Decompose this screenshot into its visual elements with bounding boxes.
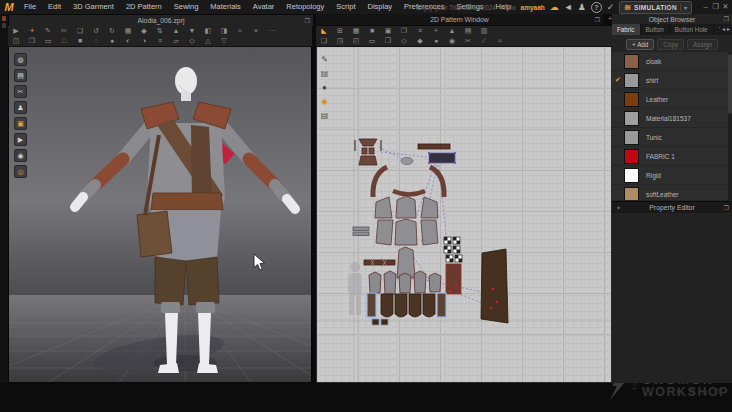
- toolbar-icon-button[interactable]: ▣: [380, 26, 396, 36]
- collapse-marker-icon[interactable]: ✦: [616, 204, 621, 211]
- toolbar-icon-button[interactable]: ◆: [136, 26, 152, 36]
- view-toggle-icon[interactable]: ●: [319, 82, 330, 93]
- view-toggle-icon[interactable]: ◆: [319, 96, 330, 107]
- toolbar-icon-button[interactable]: ✂: [56, 26, 72, 36]
- fabric-row[interactable]: ✔ Leather: [612, 90, 728, 109]
- toolbar-icon-button[interactable]: ■: [72, 36, 88, 46]
- toolbar-icon-button[interactable]: ▲: [444, 26, 460, 36]
- fabric-row[interactable]: ✔ Material181537: [612, 109, 728, 128]
- toolbar-icon-button[interactable]: ∕: [476, 36, 492, 46]
- cloud-sync-icon[interactable]: ☁: [550, 0, 559, 14]
- fabric-list-scrollbar[interactable]: [728, 52, 732, 200]
- toolbar-icon-button[interactable]: ✎: [40, 26, 56, 36]
- object-browser-tab[interactable]: Button Hole: [670, 24, 714, 35]
- toolbar-icon-button[interactable]: ◐: [120, 36, 136, 46]
- toolbar-icon-button[interactable]: ◇: [184, 36, 200, 46]
- toolbar-icon-button[interactable]: ▽: [216, 36, 232, 46]
- toolbar-icon-button[interactable]: ◌: [88, 36, 104, 46]
- simulation-button[interactable]: ≋ SIMULATION ▾: [619, 1, 692, 14]
- view-toggle-icon[interactable]: ✎: [319, 54, 330, 65]
- toolbar-icon-button[interactable]: ◰: [348, 36, 364, 46]
- toolbar-icon-button[interactable]: ⌖: [248, 26, 264, 36]
- fabric-row[interactable]: ✔ shirt: [612, 71, 728, 90]
- close-button[interactable]: ✕: [721, 1, 730, 13]
- toolbar-icon-button[interactable]: ◳: [332, 36, 348, 46]
- toolbar-icon-button[interactable]: +: [24, 26, 40, 36]
- 3d-scene-canvas[interactable]: [9, 47, 311, 382]
- toolbar-icon-button[interactable]: ❒: [380, 36, 396, 46]
- scrollbar-thumb[interactable]: [728, 54, 732, 114]
- menu-item[interactable]: Materials: [204, 0, 246, 14]
- fabric-row[interactable]: ✔ softLeather: [612, 185, 728, 200]
- view-toggle-icon[interactable]: ▣: [14, 117, 27, 130]
- menu-item[interactable]: 2D Pattern: [120, 0, 168, 14]
- toolbar-icon-button[interactable]: □: [56, 36, 72, 46]
- view-toggle-icon[interactable]: ♟: [14, 101, 27, 114]
- toolbar-icon-button[interactable]: ✂: [460, 36, 476, 46]
- fabric-row[interactable]: ✔ FABRIC 1: [612, 147, 728, 166]
- toolbar-icon-button[interactable]: ❏: [316, 36, 332, 46]
- menu-item[interactable]: Avatar: [247, 0, 281, 14]
- menu-item[interactable]: Script: [330, 0, 361, 14]
- tab-scroll-left-icon[interactable]: ◂: [722, 24, 725, 35]
- view-toggle-icon[interactable]: ▤: [14, 69, 27, 82]
- pattern-canvas[interactable]: [317, 47, 611, 382]
- toolbar-icon-button[interactable]: ≡: [152, 36, 168, 46]
- toolbar-icon-button[interactable]: ↻: [104, 26, 120, 36]
- toolbar-icon-button[interactable]: ◨: [216, 26, 232, 36]
- toolbar-icon-button[interactable]: ◧: [200, 26, 216, 36]
- toolbar-icon-button[interactable]: ▦: [348, 26, 364, 36]
- detach-window-icon[interactable]: ❐: [724, 15, 729, 22]
- simulation-dropdown-caret-icon[interactable]: ▾: [680, 4, 687, 11]
- toolbar-icon-button[interactable]: ▥: [476, 26, 492, 36]
- toolbar-icon-button[interactable]: ●: [428, 36, 444, 46]
- restore-button[interactable]: ❐: [711, 1, 720, 13]
- fabric-row[interactable]: ✔ cloak: [612, 52, 728, 71]
- menu-item[interactable]: 3D Garment: [67, 0, 120, 14]
- toolbar-icon-button[interactable]: ◆: [412, 36, 428, 46]
- toolbar-icon-button[interactable]: ≈: [492, 36, 508, 46]
- speaker-icon[interactable]: ◄: [564, 0, 573, 14]
- fabric-row[interactable]: ✔ Rigid: [612, 166, 728, 185]
- toolbar-icon-button[interactable]: ⊞: [332, 26, 348, 36]
- toolbar-icon-button[interactable]: ◉: [444, 36, 460, 46]
- toolbar-icon-button[interactable]: ❐: [24, 36, 40, 46]
- toolbar-icon-button[interactable]: ❐: [396, 26, 412, 36]
- detach-window-icon[interactable]: ❐: [595, 16, 600, 23]
- toolbar-icon-button[interactable]: ❏: [72, 26, 88, 36]
- toolbar-icon-button[interactable]: ▶: [8, 26, 24, 36]
- toolbar-icon-button[interactable]: ⋯: [264, 26, 280, 36]
- feedback-icon[interactable]: ✓: [607, 0, 615, 14]
- menu-item[interactable]: Display: [361, 0, 398, 14]
- toolbar-icon-button[interactable]: △: [200, 36, 216, 46]
- toolbar-icon-button[interactable]: ◑: [136, 36, 152, 46]
- menu-item[interactable]: File: [18, 0, 42, 14]
- user-icon[interactable]: ♟: [578, 0, 586, 14]
- add-fabric-button[interactable]: + Add: [626, 39, 654, 50]
- toolbar-icon-button[interactable]: ▤: [460, 26, 476, 36]
- toolbar-icon-button[interactable]: ■: [364, 26, 380, 36]
- fabric-row[interactable]: ✔ Tunic: [612, 128, 728, 147]
- minimize-button[interactable]: –: [701, 1, 710, 13]
- view-toggle-icon[interactable]: ✂: [14, 85, 27, 98]
- object-browser-tab[interactable]: Fabric: [612, 24, 641, 35]
- toolbar-icon-button[interactable]: ≡: [412, 26, 428, 36]
- view-toggle-icon[interactable]: ◍: [14, 53, 27, 66]
- view-toggle-icon[interactable]: ◉: [14, 149, 27, 162]
- toolbar-icon-button[interactable]: ▱: [168, 36, 184, 46]
- menu-item[interactable]: Edit: [42, 0, 67, 14]
- tab-scroll-right-icon[interactable]: ▸: [727, 24, 730, 35]
- view-toggle-icon[interactable]: ◎: [14, 165, 27, 178]
- view-toggle-icon[interactable]: ▶: [14, 133, 27, 146]
- toolbar-icon-button[interactable]: ◣: [316, 26, 332, 36]
- toolbar-icon-button[interactable]: ●: [104, 36, 120, 46]
- pattern-pieces[interactable]: [353, 139, 508, 325]
- 3d-viewport[interactable]: ◍▤✂♟▣▶◉◎: [8, 46, 312, 383]
- 2d-pattern-viewport[interactable]: ✎▤●◆▤: [316, 46, 612, 383]
- toolbar-icon-button[interactable]: ▲: [168, 26, 184, 36]
- toolbar-icon-button[interactable]: ⇅: [152, 26, 168, 36]
- toolbar-icon-button[interactable]: ◫: [8, 36, 24, 46]
- toolbar-icon-button[interactable]: +: [428, 26, 444, 36]
- view-toggle-icon[interactable]: ▤: [319, 68, 330, 79]
- username[interactable]: amyaah: [521, 4, 545, 11]
